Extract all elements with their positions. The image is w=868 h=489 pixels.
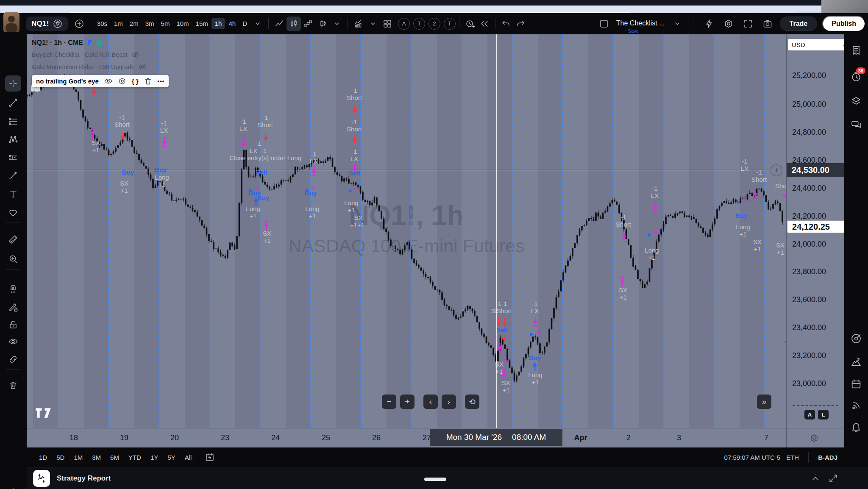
indicator-settings-icon[interactable] xyxy=(118,77,127,86)
timeframe-3m[interactable]: 3m xyxy=(142,18,158,29)
timeframe-D[interactable]: D xyxy=(239,18,250,29)
symbol-search-button[interactable]: NQ1! xyxy=(26,17,68,31)
layout-name-button[interactable]: The Checklist ... Save xyxy=(616,19,665,32)
undo-button[interactable] xyxy=(499,17,513,31)
delete-icon[interactable] xyxy=(144,77,153,86)
clock-label[interactable]: 07:59:07 AM UTC-5 xyxy=(724,454,781,461)
quick-template-2[interactable]: 2 xyxy=(428,18,440,30)
chat-button[interactable] xyxy=(850,119,862,131)
parallel-lines-tool[interactable] xyxy=(5,114,21,130)
range-5d[interactable]: 5D xyxy=(53,452,68,463)
crosshair-tool[interactable] xyxy=(5,75,21,92)
publish-button[interactable]: Publish xyxy=(822,16,865,32)
timeframe-15m[interactable]: 15m xyxy=(192,18,211,29)
indicator-row[interactable]: BuySell Checklist - Gold R:R Beast xyxy=(32,50,169,59)
auto-scale-button[interactable]: A xyxy=(804,410,815,420)
quick-template-a[interactable]: A xyxy=(398,18,410,30)
panel-maximize-icon[interactable] xyxy=(828,473,838,483)
redo-button[interactable] xyxy=(513,17,528,31)
range-6m[interactable]: 6M xyxy=(106,452,123,463)
go-to-date-button[interactable] xyxy=(203,450,217,464)
range-5y[interactable]: 5Y xyxy=(164,452,179,463)
reset-chart-button[interactable]: ⟲ xyxy=(465,395,479,409)
layout-menu-button[interactable] xyxy=(670,17,684,31)
chart-type-hollow-button[interactable] xyxy=(315,17,330,31)
notifications-bell-button[interactable] xyxy=(850,421,862,433)
user-avatar[interactable] xyxy=(3,12,19,32)
currency-select[interactable]: USD ⌄ xyxy=(788,39,850,50)
calendar-button[interactable] xyxy=(850,378,862,390)
chart-type-menu-button[interactable] xyxy=(330,17,344,31)
remove-all-tool[interactable] xyxy=(5,377,21,393)
bar-replay-button[interactable] xyxy=(477,17,492,31)
favorites-star-tool[interactable] xyxy=(5,484,21,489)
drawing-lock-tool[interactable] xyxy=(5,300,21,316)
text-tool-tool[interactable] xyxy=(5,186,21,202)
xabcd-pattern-tool[interactable] xyxy=(5,131,21,147)
brush-tool[interactable] xyxy=(5,167,21,183)
panel-drag-handle[interactable] xyxy=(424,478,446,481)
quick-template-t[interactable]: T xyxy=(444,18,456,30)
link-tool[interactable] xyxy=(5,351,21,367)
eye-off-icon[interactable] xyxy=(131,50,139,59)
price-axis[interactable]: USD ⌄ 25,200.0025,000.0024,800.0024,600.… xyxy=(786,34,845,428)
alert-add-button[interactable] xyxy=(463,17,477,31)
timeframe-30s[interactable]: 30s xyxy=(94,18,111,29)
range-3m[interactable]: 3M xyxy=(88,452,105,463)
session-label[interactable]: ETH xyxy=(786,454,799,461)
trend-line-tool[interactable] xyxy=(5,95,21,111)
emoji-heart-tool[interactable] xyxy=(5,205,21,221)
settings-button[interactable] xyxy=(721,17,736,31)
active-indicator-row[interactable]: no trailing God's eye { } ••• xyxy=(32,75,169,87)
layers-button[interactable] xyxy=(850,95,862,107)
range-ytd[interactable]: YTD xyxy=(125,452,145,463)
timeframe-2m[interactable]: 2m xyxy=(126,18,142,29)
ruler-tool[interactable] xyxy=(5,231,21,247)
chart-type-line-button[interactable] xyxy=(272,17,287,31)
broadcast-button[interactable] xyxy=(850,400,862,411)
scroll-left-button[interactable]: ‹ xyxy=(423,395,438,409)
crosshair-add-alert-button[interactable]: + xyxy=(771,164,782,176)
position-tool-tool[interactable] xyxy=(5,150,21,166)
adjustment-label[interactable]: B-ADJ xyxy=(818,454,837,461)
magnet-tool[interactable] xyxy=(5,281,21,297)
indicator-row[interactable]: Gold Momentum Rider - L50 Upgrade xyxy=(32,63,169,71)
timeframe-1m[interactable]: 1m xyxy=(111,18,126,29)
tradingview-logo[interactable] xyxy=(35,408,51,420)
flag-icon[interactable] xyxy=(86,39,94,47)
chart-type-renko-button[interactable] xyxy=(301,17,315,31)
strategy-report-bar[interactable]: Strategy Report xyxy=(27,467,868,489)
axis-settings-icon[interactable] xyxy=(809,433,819,443)
quick-template-t[interactable]: T xyxy=(413,18,425,30)
legend-symbol-row[interactable]: NQ1! · 1h · CME xyxy=(32,39,169,47)
snapshot-button[interactable] xyxy=(760,17,775,31)
lock-all-tool[interactable] xyxy=(5,317,21,333)
time-axis[interactable]: 1819202324252627Apr237 Mon 30 Mar '2608:… xyxy=(27,428,844,448)
scroll-right-button[interactable]: › xyxy=(442,395,456,409)
zoom-in-button[interactable]: + xyxy=(400,395,415,409)
fullscreen-button[interactable] xyxy=(741,17,755,31)
range-1m[interactable]: 1M xyxy=(70,452,86,463)
layout-grid-button[interactable] xyxy=(380,17,395,31)
more-options-icon[interactable]: ••• xyxy=(158,78,165,84)
log-scale-button[interactable]: L xyxy=(818,410,829,420)
chart-pane[interactable]: NQ1!, 1h NASDAQ 100 E-mini Futures SX+1-… xyxy=(27,34,786,428)
compare-add-button[interactable] xyxy=(72,17,86,31)
indicators-menu-button[interactable] xyxy=(366,17,380,31)
eye-off-icon[interactable] xyxy=(138,63,147,71)
go-to-realtime-button[interactable]: » xyxy=(757,395,771,409)
alerts-button[interactable]: 38 xyxy=(850,71,862,83)
panel-expand-up-icon[interactable] xyxy=(810,473,821,483)
screener-radar-button[interactable] xyxy=(850,333,862,345)
save-label[interactable]: Save xyxy=(628,28,639,33)
quick-actions-button[interactable] xyxy=(702,17,716,31)
range-1d[interactable]: 1D xyxy=(35,452,51,463)
layout-checkbox[interactable] xyxy=(597,17,611,31)
chart-type-candles-button[interactable] xyxy=(287,17,301,31)
range-1y[interactable]: 1Y xyxy=(147,452,162,463)
indicators-button[interactable] xyxy=(351,17,366,31)
zoom-out-button[interactable]: − xyxy=(382,395,396,409)
ideas-button[interactable] xyxy=(850,356,862,368)
source-code-icon[interactable]: { } xyxy=(132,78,139,85)
timeframe-1h[interactable]: 1h xyxy=(211,18,225,29)
